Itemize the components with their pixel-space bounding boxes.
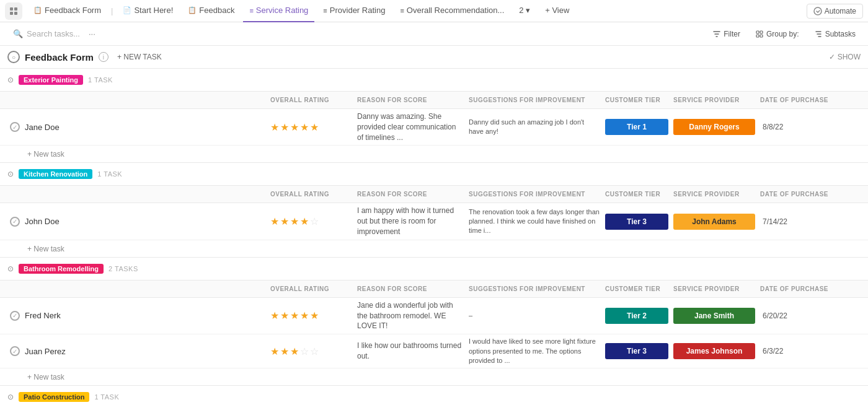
service-provider-cell: Jane Smith [671,303,758,329]
toolbar: Search tasks... ··· Filter Group by: Sub… [0,22,868,46]
section-toggle-patio-construction[interactable]: ⊙ [7,393,14,401]
nav-separator: | [111,6,113,15]
provider-badge: James Johnson [673,343,755,359]
section-toggle-exterior-painting[interactable]: ⊙ [7,76,14,84]
nav-tab-start[interactable]: 📄 Start Here! [117,0,179,22]
search-box[interactable]: Search tasks... ··· [7,26,119,41]
star-2: ★ [280,310,289,321]
task-count-kitchen-renovation: 1 TASK [97,170,122,178]
col-overall-rating: OVERALL RATING [268,94,355,106]
section-patio-construction: ⊙ Patio Construction 1 TASK OVERALL RATI… [0,386,868,404]
date-of-purchase: 6/20/22 [758,309,838,323]
star-4: ★ [300,121,309,133]
col-date: DATE OF PURCHASE [758,188,838,200]
section-badge-exterior-painting[interactable]: Exterior Painting [19,75,83,85]
tier-badge: Tier 1 [605,119,668,135]
star-2: ★ [280,216,289,227]
info-icon[interactable]: i [99,52,108,62]
filter-button[interactable]: Filter [707,27,745,41]
col-headers-bathroom-remodelling: OVERALL RATING REASON FOR SCORE SUGGESTI… [0,280,868,298]
task-checkbox[interactable]: ✓ [10,122,20,132]
section-kitchen-renovation: ⊙ Kitchen Renovation 1 TASK OVERALL RATI… [0,163,868,257]
col-date: DATE OF PURCHASE [758,94,838,106]
subtasks-button[interactable]: Subtasks [809,27,861,41]
col-service-provider: SERVICE PROVIDER [671,188,758,200]
task-checkbox[interactable]: ✓ [10,217,20,227]
svg-point-4 [814,7,822,15]
nav-tab-feedback[interactable]: 📋 Feedback [182,0,241,22]
col-headers-exterior-painting: OVERALL RATING REASON FOR SCORE SUGGESTI… [0,91,868,109]
task-count-bathroom-remodelling: 2 TASKS [108,265,138,272]
show-button[interactable]: ✓ SHOW [829,53,861,61]
app-icon [5,2,22,20]
customer-tier-cell: Tier 3 [603,338,671,364]
section-toggle-bathroom-remodelling[interactable]: ⊙ [7,264,14,273]
star-5: ★ [310,121,319,133]
star-rating: ★★★★☆ [268,213,355,230]
svg-rect-5 [756,31,759,33]
top-navigation: 📋 Feedback Form | 📄 Start Here! 📋 Feedba… [0,0,868,22]
search-options-icon[interactable]: ··· [89,29,95,38]
section-badge-patio-construction[interactable]: Patio Construction [19,392,89,402]
star-1: ★ [270,310,279,321]
star-rating: ★★★★★ [268,307,355,324]
automate-button[interactable]: Automate [807,4,863,19]
task-count-exterior-painting: 1 TASK [88,76,113,84]
page-title: Feedback Form [25,52,94,63]
tier-badge: Tier 3 [605,214,668,230]
section-badge-kitchen-renovation[interactable]: Kitchen Renovation [19,169,92,179]
task-name-cell: ✓ Juan Perez [7,341,268,361]
nav-tab-view[interactable]: + View [539,0,575,22]
reason-for-score: Jane did a wonderful job with the bathro… [355,298,466,334]
nav-tab-more[interactable]: 2 ▾ [513,0,536,22]
col-customer-tier: CUSTOMER TIER [603,283,671,295]
nav-tab-provider-rating[interactable]: ≡ Provider Rating [317,0,391,22]
task-name: Juan Perez [25,347,66,356]
col-task [7,94,268,106]
star-1: ★ [270,121,279,133]
table-row[interactable]: ✓ John Doe ★★★★☆ I am happy with how it … [0,203,868,240]
table-row[interactable]: ✓ Fred Nerk ★★★★★ Jane did a wonderful j… [0,298,868,334]
nav-tab-overall-recommendation[interactable]: ≡ Overall Recommendation... [394,0,510,22]
task-count-patio-construction: 1 TASK [94,393,119,401]
star-5: ☆ [310,346,319,357]
col-reason: REASON FOR SCORE [355,94,466,106]
reason-for-score: Danny was amazing. She provided clear co… [355,109,466,145]
page-header-icon: ○ [7,51,20,63]
col-suggestions: SUGGESTIONS FOR IMPROVEMENT [466,94,603,106]
table-row[interactable]: ✓ Jane Doe ★★★★★ Danny was amazing. She … [0,109,868,146]
date-of-purchase: 6/3/22 [758,344,838,358]
customer-tier-cell: Tier 1 [603,114,671,140]
col-reason: REASON FOR SCORE [355,283,466,295]
new-task-link[interactable]: + New task [27,373,64,381]
section-header-exterior-painting: ⊙ Exterior Painting 1 TASK [0,69,868,91]
table-row[interactable]: ✓ Juan Perez ★★★☆☆ I like how our bathro… [0,334,868,368]
service-provider-cell: John Adams [671,209,758,235]
star-rating: ★★★★★ [268,119,355,136]
new-task-header-button[interactable]: + NEW TASK [113,51,166,63]
star-rating: ★★★☆☆ [268,343,355,360]
star-5: ★ [310,310,319,321]
star-2: ★ [280,346,289,357]
task-name: Fred Nerk [25,311,61,320]
new-task-link[interactable]: + New task [27,245,64,253]
nav-tab-service-rating[interactable]: ≡ Service Rating [243,0,314,22]
col-customer-tier: CUSTOMER TIER [603,94,671,106]
nav-tab-app-title[interactable]: 📋 Feedback Form [27,0,107,22]
svg-rect-3 [14,12,17,15]
task-name-cell: ✓ Jane Doe [7,117,268,137]
col-service-provider: SERVICE PROVIDER [671,283,758,295]
task-checkbox[interactable]: ✓ [10,346,20,356]
col-suggestions: SUGGESTIONS FOR IMPROVEMENT [466,188,603,200]
col-task [7,188,268,200]
new-task-link[interactable]: + New task [27,150,64,159]
task-checkbox[interactable]: ✓ [10,311,20,321]
section-badge-bathroom-remodelling[interactable]: Bathroom Remodelling [19,264,104,274]
star-3: ★ [290,346,299,357]
svg-rect-0 [10,7,13,11]
group-by-button[interactable]: Group by: [750,27,804,41]
col-overall-rating: OVERALL RATING [268,188,355,200]
section-toggle-kitchen-renovation[interactable]: ⊙ [7,170,14,178]
col-overall-rating: OVERALL RATING [268,283,355,295]
col-reason: REASON FOR SCORE [355,188,466,200]
